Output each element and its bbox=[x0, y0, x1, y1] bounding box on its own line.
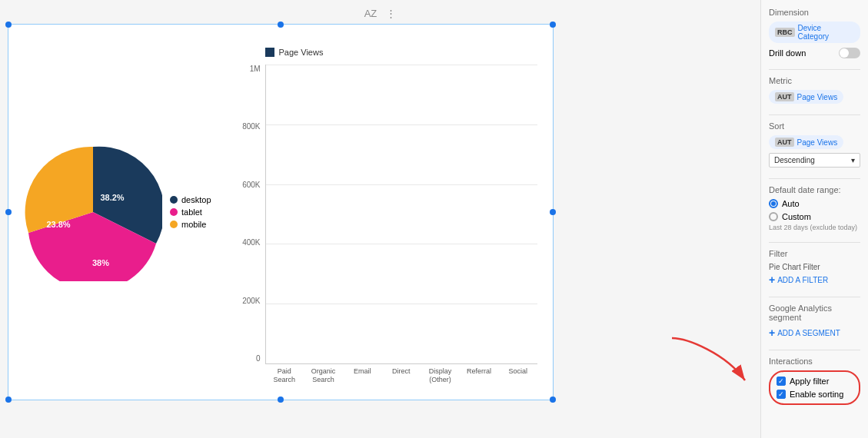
segment-section: Google Analytics segment + ADD A SEGMENT bbox=[769, 304, 860, 339]
chevron-down-icon: ▾ bbox=[851, 156, 855, 164]
add-segment-label: ADD A SEGMENT bbox=[777, 329, 840, 337]
sort-title: Sort bbox=[769, 121, 860, 131]
pie-chart: 38.2% 38% 23.8% bbox=[24, 143, 162, 281]
chart-container: 38.2% 38% 23.8% desktop tablet mobile bbox=[8, 24, 554, 400]
date-range-radio-group: Auto Custom bbox=[769, 199, 860, 221]
legend-item-tablet: tablet bbox=[170, 207, 211, 217]
radio-auto-label: Auto bbox=[782, 199, 800, 208]
chart-body: Paid Search Organic Search Email Direct … bbox=[265, 65, 537, 384]
handle-top-right[interactable] bbox=[550, 22, 556, 28]
add-filter-label: ADD A FILTER bbox=[777, 276, 828, 284]
enable-sorting-item[interactable]: ✓ Enable sorting bbox=[777, 390, 853, 399]
y-label-1m: 1M bbox=[250, 65, 261, 73]
divider-4 bbox=[769, 242, 860, 243]
dimension-chip-text: Device Category bbox=[798, 24, 855, 41]
divider-6 bbox=[769, 350, 860, 350]
x-label-referral: Referral bbox=[463, 367, 496, 384]
handle-bottom-right[interactable] bbox=[550, 397, 556, 403]
apply-filter-checkbox[interactable]: ✓ bbox=[777, 377, 786, 386]
dimension-title: Dimension bbox=[769, 8, 860, 17]
x-label-organic: Organic Search bbox=[307, 367, 340, 384]
bars-area bbox=[265, 65, 537, 364]
y-label-0: 0 bbox=[256, 354, 261, 363]
dimension-chip-rbc: RBC bbox=[775, 28, 795, 37]
add-filter-icon: + bbox=[769, 274, 775, 286]
handle-bottom-center[interactable] bbox=[278, 397, 284, 403]
handle-top-left[interactable] bbox=[5, 22, 12, 28]
metric-chip[interactable]: AUT Page Views bbox=[769, 90, 843, 104]
x-label-paid-search: Paid Search bbox=[268, 367, 301, 384]
handle-mid-left[interactable] bbox=[5, 209, 12, 215]
legend-dot-mobile bbox=[170, 221, 178, 228]
date-range-title: Default date range: bbox=[769, 185, 860, 194]
divider-2 bbox=[769, 114, 860, 115]
add-segment-icon: + bbox=[769, 327, 775, 339]
svg-text:38.2%: 38.2% bbox=[100, 193, 124, 202]
legend-dot-desktop bbox=[170, 196, 178, 204]
drill-down-label: Drill down bbox=[769, 48, 806, 58]
checkmark-icon: ✓ bbox=[778, 378, 784, 385]
sort-chip-text: Page Views bbox=[797, 138, 838, 147]
legend-item-desktop: desktop bbox=[170, 195, 211, 204]
legend-label-tablet: tablet bbox=[181, 207, 202, 217]
pie-legend: desktop tablet mobile bbox=[170, 195, 211, 229]
handle-bottom-left[interactable] bbox=[5, 397, 12, 403]
radio-custom[interactable]: Custom bbox=[769, 212, 860, 221]
sort-chip[interactable]: AUT Page Views bbox=[769, 135, 843, 149]
bar-chart-section: Page Views 1M 800K 600K 400K 200K 0 bbox=[234, 40, 537, 384]
az-icon[interactable]: AZ bbox=[364, 8, 377, 19]
radio-auto[interactable]: Auto bbox=[769, 199, 860, 208]
apply-filter-label: Apply filter bbox=[790, 377, 829, 386]
metric-chip-aut: AUT bbox=[775, 92, 794, 101]
svg-text:38%: 38% bbox=[92, 258, 109, 267]
interactions-title: Interactions bbox=[769, 357, 860, 366]
add-segment-link[interactable]: + ADD A SEGMENT bbox=[769, 327, 860, 339]
y-label-600k: 600K bbox=[242, 181, 260, 189]
radio-custom-circle[interactable] bbox=[769, 212, 778, 221]
filter-title: Filter bbox=[769, 249, 860, 258]
segment-title: Google Analytics segment bbox=[769, 304, 860, 322]
x-axis-labels: Paid Search Organic Search Email Direct … bbox=[265, 364, 537, 384]
chart-toolbar: AZ ⋮ bbox=[8, 8, 753, 19]
x-label-direct: Direct bbox=[384, 367, 417, 384]
enable-sorting-label: Enable sorting bbox=[790, 390, 843, 399]
handle-top-center[interactable] bbox=[278, 22, 284, 28]
bar-chart-title: Page Views bbox=[279, 48, 324, 57]
metric-section: Metric AUT Page Views bbox=[769, 76, 860, 104]
legend-label-desktop: desktop bbox=[181, 195, 211, 204]
sort-order-value: Descending bbox=[774, 156, 815, 164]
enable-sorting-checkbox[interactable]: ✓ bbox=[777, 390, 786, 399]
handle-mid-right[interactable] bbox=[550, 209, 556, 215]
y-label-800k: 800K bbox=[242, 122, 260, 131]
x-label-social: Social bbox=[501, 367, 534, 384]
legend-label-mobile: mobile bbox=[181, 220, 206, 229]
sort-order-select[interactable]: Descending ▾ bbox=[769, 153, 860, 168]
more-options-icon[interactable]: ⋮ bbox=[386, 8, 396, 19]
bar-chart-inner: 1M 800K 600K 400K 200K 0 bbox=[234, 65, 537, 384]
x-label-display: Display (Other) bbox=[424, 367, 457, 384]
drill-down-row: Drill down bbox=[769, 48, 860, 58]
metric-title: Metric bbox=[769, 76, 860, 85]
add-filter-link[interactable]: + ADD A FILTER bbox=[769, 274, 860, 286]
legend-item-mobile: mobile bbox=[170, 220, 211, 229]
bar-chart-title-row: Page Views bbox=[265, 48, 537, 57]
checkmark-icon-2: ✓ bbox=[778, 391, 784, 398]
pie-chart-section: 38.2% 38% 23.8% desktop tablet mobile bbox=[24, 143, 211, 281]
bar-legend-dot bbox=[265, 48, 274, 57]
sort-section: Sort AUT Page Views Descending ▾ bbox=[769, 121, 860, 168]
y-label-200k: 200K bbox=[242, 297, 260, 305]
dimension-chip[interactable]: RBC Device Category bbox=[769, 22, 860, 43]
metric-chip-text: Page Views bbox=[797, 93, 838, 101]
divider-3 bbox=[769, 178, 860, 179]
divider-5 bbox=[769, 297, 860, 297]
radio-auto-circle[interactable] bbox=[769, 199, 778, 208]
filter-section: Filter Pie Chart Filter + ADD A FILTER bbox=[769, 249, 860, 286]
y-axis: 1M 800K 600K 400K 200K 0 bbox=[234, 65, 265, 384]
interactions-section: Interactions ✓ Apply filter ✓ Enable sor… bbox=[769, 357, 860, 405]
y-label-400k: 400K bbox=[242, 238, 260, 247]
date-range-section: Default date range: Auto Custom Last 28 … bbox=[769, 185, 860, 231]
dimension-section: Dimension RBC Device Category Drill down bbox=[769, 8, 860, 58]
drill-down-toggle[interactable] bbox=[839, 48, 860, 58]
interactions-box: ✓ Apply filter ✓ Enable sorting bbox=[769, 370, 860, 405]
apply-filter-item[interactable]: ✓ Apply filter bbox=[777, 377, 853, 386]
